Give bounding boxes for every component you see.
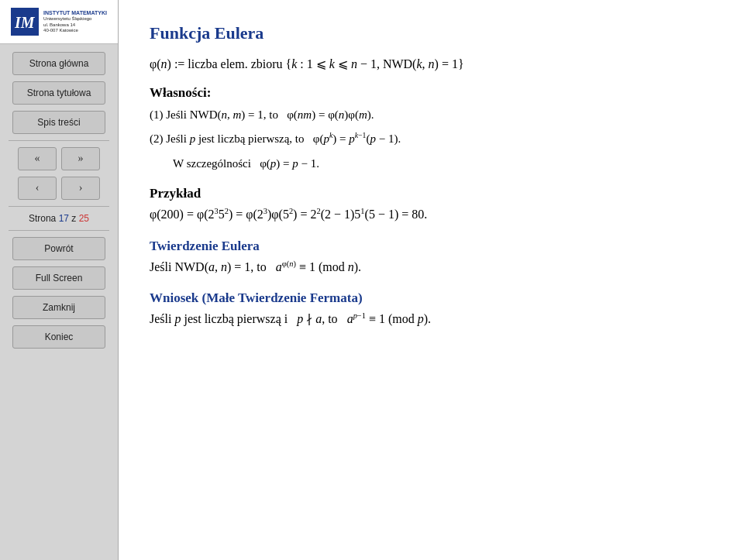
wniosek-text: Jeśli p jest liczbą pierwszą i p ∤ a, to…	[150, 309, 713, 329]
logo-text: INSTYTUT MATEMATYKI Uniwersytetu Śląskie…	[43, 9, 107, 34]
forward-button[interactable]: »	[61, 147, 100, 170]
main-content: Funkcja Eulera φ(n) := liczba elem. zbio…	[119, 0, 744, 560]
divider-1	[9, 140, 109, 141]
zamknij-button[interactable]: Zamknij	[12, 296, 105, 319]
logo-area: IM INSTYTUT MATEMATYKI Uniwersytetu Śląs…	[0, 0, 118, 44]
nav-section: Strona główna Strona tytułowa Spis treśc…	[0, 44, 118, 356]
double-arrows-row: « »	[18, 147, 100, 170]
theorem-label: Twierdzenie Eulera	[150, 239, 713, 254]
svg-text:IM: IM	[14, 14, 36, 31]
koniec-button[interactable]: Koniec	[12, 325, 105, 349]
next-button[interactable]: ›	[61, 177, 100, 200]
example-label: Przykład	[150, 186, 713, 201]
theorem-text: Jeśli NWD(a, n) = 1, to aφ(n) ≡ 1 (mod n…	[150, 257, 713, 277]
full-screen-button[interactable]: Full Screen	[12, 266, 105, 290]
divider-2	[9, 206, 109, 207]
divider-3	[9, 230, 109, 231]
page-info: Strona 17 z 25	[29, 213, 89, 224]
powrot-button[interactable]: Powrót	[12, 237, 105, 260]
strona-tytulowa-button[interactable]: Strona tytułowa	[12, 81, 105, 105]
single-arrows-row: ‹ ›	[18, 177, 100, 200]
rewind-button[interactable]: «	[18, 147, 57, 170]
property-2: (2) Jeśli p jest liczbą pierwszą, to φ(p…	[150, 129, 713, 149]
property-1: (1) Jeśli NWD(n, m) = 1, to φ(nm) = φ(n)…	[150, 105, 713, 125]
definition-formula: φ(n) := liczba elem. zbioru {k : 1 ⩽ k ⩽…	[150, 54, 713, 74]
logo-box: IM INSTYTUT MATEMATYKI Uniwersytetu Śląs…	[11, 8, 107, 36]
page-title: Funkcja Eulera	[150, 23, 713, 43]
wniosek-label: Wniosek (Małe Twierdzenie Fermata)	[150, 290, 713, 306]
logo-icon: IM	[11, 8, 39, 36]
property-2-special: W szczególności φ(p) = p − 1.	[173, 154, 713, 174]
spis-tresci-button[interactable]: Spis treści	[12, 111, 105, 134]
example-formula: φ(200) = φ(2352) = φ(23)φ(52) = 22(2 − 1…	[150, 204, 713, 225]
sidebar: IM INSTYTUT MATEMATYKI Uniwersytetu Śląs…	[0, 0, 119, 560]
properties-label: Własności:	[150, 85, 713, 101]
prev-button[interactable]: ‹	[18, 177, 57, 200]
strona-glowna-button[interactable]: Strona główna	[12, 52, 105, 75]
